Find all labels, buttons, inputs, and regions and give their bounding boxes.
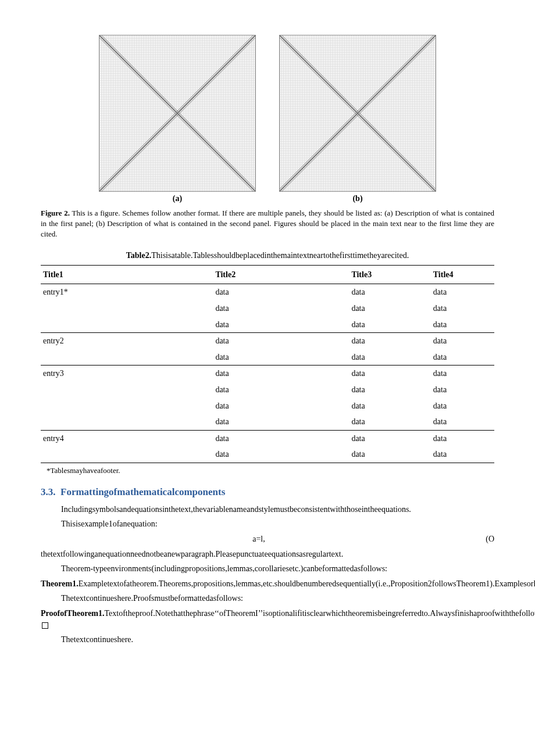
table-row: entry3datadatadata [41, 366, 494, 382]
figure-placeholder-b [279, 35, 436, 192]
paragraph-3: thetextfollowinganequationneednotbeanewp… [41, 549, 494, 560]
figure-row: (a) (b) [41, 35, 494, 205]
table-row: entry1*datadatadata [41, 284, 494, 300]
table-cell: data [213, 333, 349, 349]
table-cell: data [431, 284, 494, 300]
table-header-1: Title1 [41, 265, 213, 284]
theorem-lead: Theorem1. [41, 579, 79, 588]
figure-placeholder-a [99, 35, 256, 192]
table-footer: *Tablesmayhaveafooter. [47, 465, 494, 476]
paragraph-6: Thetextcontinueshere. [41, 634, 494, 646]
table-row: entry4datadatadata [41, 430, 494, 446]
table-cell-entry: entry1* [41, 284, 213, 300]
equation-text: a=l, [41, 533, 477, 545]
table-cell: data [213, 300, 349, 317]
section-title: Formattingofmathematicalcomponents [60, 486, 225, 497]
table-cell: data [213, 284, 349, 300]
table-cell: data [213, 382, 349, 398]
table-cell: data [349, 446, 430, 463]
table-cell: data [213, 414, 349, 430]
table-cell-entry [41, 414, 213, 430]
table-cell-entry [41, 382, 213, 398]
table-cell: data [349, 366, 430, 382]
table-cell-entry: entry4 [41, 430, 213, 446]
figure-panel-b-label: (b) [352, 193, 362, 205]
table-cell: data [349, 398, 430, 414]
table-cell: data [349, 382, 430, 398]
table-cell-entry [41, 349, 213, 366]
figure-panel-b: (b) [279, 35, 436, 205]
figure-caption-lead: Figure 2. [41, 209, 70, 217]
table-header-2: Title2 [213, 265, 349, 284]
table-cell: data [349, 317, 430, 333]
table-cell: data [349, 414, 430, 430]
table-cell: data [431, 333, 494, 349]
table-row: datadatadata [41, 317, 494, 333]
table-row: datadatadata [41, 300, 494, 317]
table-row: datadatadata [41, 446, 494, 463]
table-cell: data [349, 284, 430, 300]
table-cell: data [349, 430, 430, 446]
table-row: datadatadata [41, 382, 494, 398]
equation-row: a=l, (O [41, 533, 494, 545]
proof-block: ProofofTheorem1.Textoftheproof.Notethatt… [41, 608, 494, 630]
table-cell: data [213, 446, 349, 463]
data-table: Title1 Title2 Title3 Title4 entry1*datad… [41, 265, 494, 463]
table-cell: data [213, 349, 349, 366]
table-row: datadatadata [41, 349, 494, 366]
section-number: 3.3. [41, 486, 56, 497]
figure-panel-a: (a) [99, 35, 256, 205]
paragraph-1: Includingsymbolsandequationsinthetext,th… [41, 504, 494, 515]
table-cell-entry [41, 398, 213, 414]
table-cell: data [213, 398, 349, 414]
table-cell: data [431, 430, 494, 446]
table-cell: data [431, 300, 494, 317]
table-row: datadatadata [41, 414, 494, 430]
table-cell: data [213, 430, 349, 446]
table-cell-entry: entry3 [41, 366, 213, 382]
table-cell: data [213, 366, 349, 382]
figure-caption-text: This is a figure. Schemes follow another… [41, 209, 494, 238]
table-cell: data [431, 317, 494, 333]
equation-number: (O [477, 533, 494, 545]
table-cell: data [349, 333, 430, 349]
figure-caption: Figure 2. This is a figure. Schemes foll… [41, 208, 494, 240]
table-header-4: Title4 [431, 265, 494, 284]
theorem-block: Theorem1.Exampletextofatheorem.Theorems,… [41, 578, 494, 590]
paragraph-5: Thetextcontinueshere.Proofsmustbeformatt… [41, 593, 494, 604]
table-cell: data [431, 349, 494, 366]
section-heading: 3.3. Formattingofmathematicalcomponents [41, 485, 494, 499]
table-cell: data [431, 446, 494, 463]
figure-panel-a-label: (a) [173, 193, 182, 205]
table-cell-entry [41, 446, 213, 463]
proof-lead: ProofofTheorem1. [41, 609, 105, 618]
table-cell-entry [41, 300, 213, 317]
table-caption: Table2.Thisisatable.Tablesshouldbeplaced… [41, 250, 494, 261]
proof-body: Textoftheproof.Notethatthephrase‘‘ofTheo… [105, 609, 535, 618]
table-cell: data [431, 382, 494, 398]
table-row: entry2datadatadata [41, 333, 494, 349]
table-header-row: Title1 Title2 Title3 Title4 [41, 265, 494, 284]
paragraph-4: Theorem-typeenvironments(includingpropos… [41, 563, 494, 575]
qed-icon [42, 622, 48, 629]
table-header-3: Title3 [349, 265, 430, 284]
table-cell: data [431, 366, 494, 382]
table-cell: data [213, 317, 349, 333]
table-cell: data [431, 398, 494, 414]
table-cell: data [349, 300, 430, 317]
table-cell: data [431, 414, 494, 430]
paragraph-2: Thisisexample1ofanequation: [41, 518, 494, 530]
table-caption-text: Thisisatable.Tablesshouldbeplacedinthema… [151, 251, 409, 260]
table-cell-entry: entry2 [41, 333, 213, 349]
table-cell-entry [41, 317, 213, 333]
table-cell: data [349, 349, 430, 366]
table-caption-lead: Table2. [126, 251, 151, 260]
table-row: datadatadata [41, 398, 494, 414]
theorem-body: Exampletextofatheorem.Theorems,propositi… [79, 579, 535, 588]
